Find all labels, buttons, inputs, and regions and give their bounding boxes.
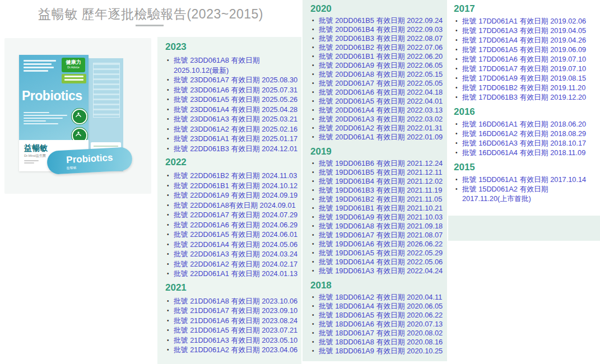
batch-report-link[interactable]: 批號 19DD061A8 有效日期 2021.09.18 [319,222,443,230]
batch-report-link[interactable]: 批號 23DD061A6 有效日期 2025.07.31 [174,86,297,94]
batch-report-link[interactable]: 批號 23DD061A5 有效日期 2025.05.26 [174,95,297,104]
batch-report-link[interactable]: 批號 16DD061A2 有效日期 2018.08.29 [462,129,586,138]
batch-report-item: 批號 20DD061A7 有效日期 2022.05.05 [310,79,444,88]
batch-report-link[interactable]: 批號 18DD061A6 有效日期 2020.07.13 [319,320,443,328]
batch-report-link[interactable]: 批號 17DD061A5 有效日期 2019.06.09 [462,45,586,54]
batch-report-link[interactable]: 批號 18DD061A9 有效日期 2020.10.25 [319,347,443,355]
batch-report-link[interactable]: 批號 21DD061A2 有效日期 2023.04.06 [174,346,297,354]
batch-report-item: 批號 19DD061B5 有效日期 2021.12.11 [310,168,444,177]
batch-report-link[interactable]: 批號 15DD061A2 有效日期2017.11.20(上市首批) [462,185,548,203]
batch-report-link[interactable]: 批號 17DD061A4 有效日期 2019.04.26 [462,36,586,44]
product-subtitle: Dr.Mind益生菌 [24,153,46,158]
batch-report-link[interactable]: 批號 17DD061B2 有效日期 2019.11.20 [462,83,585,92]
batch-report-link[interactable]: 批號 19DD061B6 有效日期 2021.12.24 [319,159,443,167]
batch-report-link[interactable]: 批號 22DD061A7 有效日期 2024.07.29 [174,211,297,219]
batch-report-item: 批號 19DD061B2 有效日期 2021.11.05 [310,195,444,204]
batch-report-item: 批號 23DD061A3 有效日期 2025.03.21 [165,114,298,124]
batch-report-link[interactable]: 批號 23DD061A4 有效日期 2025.04.28 [174,105,297,114]
batch-report-link[interactable]: 批號 17DD061A1 有效日期 2019.02.06 [462,17,586,25]
batch-report-link[interactable]: 批號 20DD061A7 有效日期 2022.05.05 [319,79,443,87]
batch-report-link[interactable]: 批號 20DD061B3 有效日期 2022.08.07 [319,34,443,43]
batch-report-item: 批號 22DD061A2 有效日期 2024.02.17 [165,259,298,269]
batch-report-link[interactable]: 批號 20DD061A5 有效日期 2022.04.01 [319,97,443,105]
batch-report-link[interactable]: 批號 21DD061A7 有效日期 2023.09.10 [174,306,297,315]
batch-report-link[interactable]: 批號 19DD061B4 有效日期 2021.12.02 [319,177,443,185]
batch-report-link[interactable]: 批號 19DD061A4 有效日期 2022.05.06 [319,258,443,266]
batch-report-link[interactable]: 批號 22DD061A9 有效日期 2024.09.19 [174,191,297,199]
batch-report-link[interactable]: 批號 18DD061A7 有效日期 2020.08.02 [319,329,443,337]
batch-report-link[interactable]: 批號 20DD061B1 有效日期 2022.06.20 [319,52,443,60]
batch-report-item: 批號 19DD061A3 有效日期 2022.04.24 [310,267,444,276]
batch-report-link[interactable]: 批號 21DD061A5 有效日期 2023.07.21 [174,326,297,334]
batch-report-link[interactable]: 批號 20DD061A4 有效日期 2022.03.13 [319,106,443,114]
reports-column-2017-2015: 2017批號 17DD061A1 有效日期 2019.02.06批號 17DD0… [448,0,600,216]
year-heading-2020: 2020 [310,3,444,15]
batch-list-2018: 批號 18DD061A2 有效日期 2020.04.11批號 18DD061A4… [310,293,444,356]
batch-report-item: 批號 20DD061A3 有效日期 2022.03.02 [310,115,444,124]
batch-report-link[interactable]: 批號 19DD061A5 有效日期 2022.05.29 [319,249,443,257]
batch-report-link[interactable]: 批號 20DD061A9 有效日期 2022.06.05 [319,61,443,69]
batch-report-link[interactable]: 批號 20DD061B5 有效日期 2022.09.24 [319,16,443,25]
batch-report-link[interactable]: 批號 20DD061A6 有效日期 2022.04.18 [319,88,443,96]
batch-report-link[interactable]: 批號 22DD061B3 有效日期 2024.12.01 [174,144,297,153]
batch-report-link[interactable]: 批號 19DD061B3 有效日期 2021.11.19 [319,186,442,194]
batch-report-link[interactable]: 批號 16DD061A3 有效日期 2018.10.17 [462,139,586,147]
batch-report-link[interactable]: 批號 22DD061A8有效日期 2024.09.01 [174,201,296,209]
batch-report-item: 批號 23DD061A1 有效日期 2025.01.17 [165,134,298,144]
batch-report-link[interactable]: 批號 17DD061A3 有效日期 2019.04.05 [462,26,586,35]
batch-report-link[interactable]: 批號 20DD061A1 有效日期 2022.01.09 [319,133,443,141]
batch-report-link[interactable]: 批號 18DD061A4 有效日期 2020.06.05 [319,302,443,310]
batch-report-item: 批號 20DD061B3 有效日期 2022.08.07 [310,34,444,43]
batch-report-link[interactable]: 批號 22DD061B1 有效日期 2024.10.12 [174,181,297,190]
batch-report-link[interactable]: 批號 22DD061A5 有效日期 2024.06.01 [174,230,297,239]
batch-list-2020: 批號 20DD061B5 有效日期 2022.09.24批號 20DD061B4… [310,16,444,142]
year-heading-2021: 2021 [165,282,298,293]
batch-report-link[interactable]: 批號 22DD061A2 有效日期 2024.02.17 [174,260,297,268]
batch-report-link[interactable]: 批號 22DD061A6 有效日期 2024.06.29 [174,221,297,229]
batch-report-link[interactable]: 批號 21DD061A6 有效日期 2023.08.24 [174,316,297,325]
batch-report-item: 批號 19DD061B3 有效日期 2021.11.19 [310,186,444,195]
batch-report-link[interactable]: 批號 23DD061A7 有效日期 2025.08.30 [174,76,297,84]
batch-report-item: 批號 22DD061A5 有效日期 2024.06.01 [165,230,298,240]
batch-report-link[interactable]: 批號 16DD061A1 有效日期 2018.06.20 [462,120,586,128]
batch-report-link[interactable]: 批號 22DD061B2 有效日期 2024.11.03 [174,171,297,180]
batch-report-link[interactable]: 批號 18DD061A5 有效日期 2020.06.22 [319,311,443,319]
batch-report-link[interactable]: 批號 19DD061A9 有效日期 2021.10.03 [319,213,443,221]
product-photo: 健康力 Dr.Advice Probiotics 益暢敏 Dr.Mind益生菌 [4,38,151,194]
batch-report-link[interactable]: 批號 17DD061A7 有效日期 2019.07.10 [462,64,586,73]
batch-report-link[interactable]: 批號 18DD061A2 有效日期 2020.04.11 [319,293,442,301]
batch-report-link[interactable]: 批號 23DD061A3 有效日期 2025.03.21 [174,115,297,123]
batch-report-link[interactable]: 批號 23DD061A8 有效日期2025.10.12(最新) [174,56,260,74]
batch-report-link[interactable]: 批號 20DD061A8 有效日期 2022.05.15 [319,70,443,78]
batch-report-link[interactable]: 批號 16DD061A4 有效日期 2018.11.09 [462,148,585,157]
batch-report-item: 批號 17DD061A1 有效日期 2019.02.06 [454,16,598,26]
batch-report-link[interactable]: 批號 17DD061B3 有效日期 2019.12.20 [462,93,586,101]
batch-report-link[interactable]: 批號 19DD061A7 有效日期 2021.08.07 [319,231,443,239]
batch-report-link[interactable]: 批號 19DD061B1 有效日期 2021.10.21 [319,204,443,212]
batch-report-link[interactable]: 批號 23DD061A2 有效日期 2025.02.16 [174,125,297,133]
batch-report-link[interactable]: 批號 18DD061A8 有效日期 2020.08.16 [319,338,443,346]
batch-report-link[interactable]: 批號 21DD061A8 有效日期 2023.10.06 [174,297,297,305]
batch-report-link[interactable]: 批號 20DD061A3 有效日期 2022.03.02 [319,115,443,123]
batch-report-link[interactable]: 批號 21DD061A3 有效日期 2023.05.10 [174,336,297,344]
batch-report-item: 批號 15DD061A2 有效日期2017.11.20(上市首批) [454,184,598,203]
batch-report-link[interactable]: 批號 19DD061B5 有效日期 2021.12.11 [319,168,442,176]
batch-report-link[interactable]: 批號 17DD061A6 有效日期 2019.07.10 [462,55,586,63]
batch-report-link[interactable]: 批號 22DD061A1 有效日期 2024.01.13 [174,269,297,278]
batch-report-link[interactable]: 批號 19DD061A3 有效日期 2022.04.24 [319,267,443,275]
batch-report-link[interactable]: 批號 22DD061A4 有效日期 2024.05.06 [174,240,297,249]
batch-report-item: 批號 21DD061A8 有效日期 2023.10.06 [165,296,298,306]
batch-report-item: 批號 19DD061B6 有效日期 2021.12.24 [310,159,444,168]
batch-report-link[interactable]: 批號 20DD061B2 有效日期 2022.07.06 [319,43,443,52]
batch-report-link[interactable]: 批號 20DD061B4 有效日期 2022.09.03 [319,25,443,34]
batch-report-link[interactable]: 批號 15DD061A1 有效日期 2017.10.14 [462,175,586,184]
batch-report-link[interactable]: 批號 23DD061A1 有效日期 2025.01.17 [174,134,297,143]
batch-report-link[interactable]: 批號 22DD061A3 有效日期 2024.03.24 [174,250,297,258]
batch-report-link[interactable]: 批號 19DD061A6 有效日期 2026.06.22 [319,240,443,248]
batch-report-link[interactable]: 批號 20DD061A2 有效日期 2022.01.31 [319,124,443,132]
batch-report-item: 批號 23DD061A4 有效日期 2025.04.28 [165,105,298,115]
batch-report-link[interactable]: 批號 17DD061A9 有效日期 2019.08.15 [462,74,586,82]
batch-report-link[interactable]: 批號 19DD061B2 有效日期 2021.11.05 [319,195,442,203]
batch-report-item: 批號 18DD061A5 有效日期 2020.06.22 [310,311,444,320]
batch-report-item: 批號 22DD061A9 有效日期 2024.09.19 [165,190,298,200]
